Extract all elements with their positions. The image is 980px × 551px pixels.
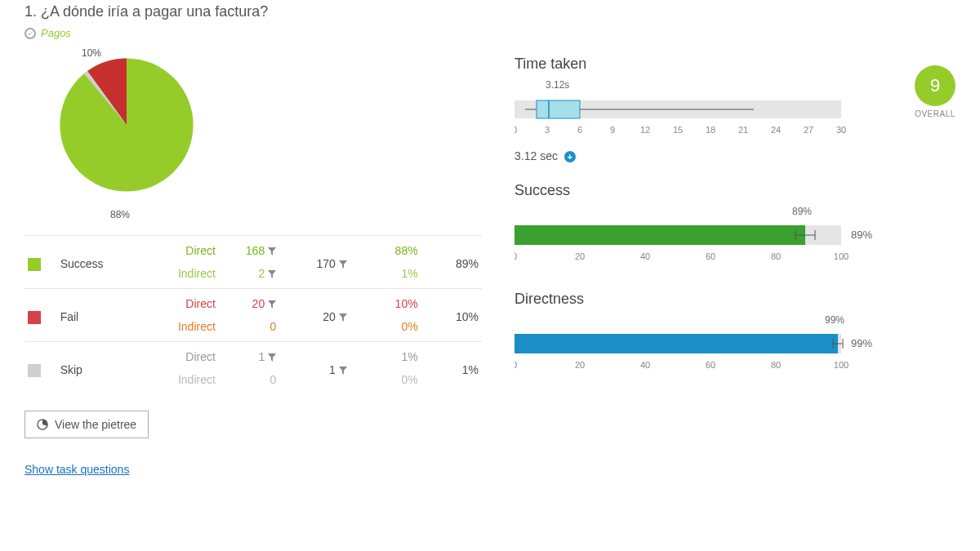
legend-direct-label: Direct bbox=[148, 289, 219, 316]
legend-indirect-label: Indirect bbox=[148, 315, 219, 342]
svg-text:9: 9 bbox=[610, 125, 615, 135]
svg-text:24: 24 bbox=[771, 125, 781, 135]
show-task-questions-link[interactable]: Show task questions bbox=[24, 463, 129, 476]
success-bar-svg: 89% 020406080100 bbox=[514, 220, 890, 268]
success-chart: Success 89% 89% 020406080100 + bbox=[514, 182, 956, 271]
svg-text:40: 40 bbox=[640, 251, 650, 261]
directness-chart: Directness 99% 99% 020406080100 + bbox=[514, 291, 956, 380]
legend-direct-label: Direct bbox=[148, 342, 219, 369]
success-marker-label: 89% bbox=[792, 206, 812, 217]
time-marker-label: 3.12s bbox=[546, 79, 569, 91]
table-row: SkipDirect111%1% bbox=[24, 342, 482, 369]
table-row: FailDirect202010%10% bbox=[24, 289, 482, 316]
svg-text:3: 3 bbox=[545, 125, 550, 135]
time-boxplot-svg: 036912151821242730 bbox=[514, 94, 858, 143]
question-number: 1. bbox=[24, 3, 37, 20]
time-taken-title: Time taken bbox=[514, 56, 956, 73]
outcome-pie-chart: 10% 88% bbox=[57, 56, 220, 219]
legend-direct-label: Direct bbox=[148, 236, 219, 263]
time-taken-footer[interactable]: 3.12 sec + bbox=[514, 149, 956, 162]
svg-text:60: 60 bbox=[706, 360, 715, 370]
svg-rect-4 bbox=[537, 100, 580, 118]
filter-icon[interactable] bbox=[339, 257, 347, 270]
svg-text:21: 21 bbox=[738, 125, 748, 135]
svg-text:15: 15 bbox=[673, 125, 683, 135]
legend-total-count[interactable]: 1 bbox=[279, 342, 350, 395]
pie-svg bbox=[57, 56, 196, 194]
legend-direct-count[interactable]: 20 bbox=[219, 289, 279, 316]
legend-name: Success bbox=[57, 236, 149, 289]
legend-indirect-label: Indirect bbox=[148, 368, 219, 394]
legend-total-pct: 10% bbox=[421, 289, 482, 342]
directness-value-label: 99% bbox=[851, 337, 872, 349]
directness-bar-svg: 99% 020406080100 bbox=[514, 329, 890, 376]
time-taken-value: 3.12 sec bbox=[514, 149, 558, 162]
overall-score-label: OVERALL bbox=[915, 109, 956, 118]
legend-total-pct: 1% bbox=[421, 342, 482, 395]
legend-swatch bbox=[28, 258, 41, 271]
filter-icon[interactable] bbox=[268, 267, 276, 280]
table-row: SuccessDirect16817088%89% bbox=[24, 236, 482, 263]
legend-indirect-pct: 0% bbox=[350, 368, 421, 394]
svg-text:100: 100 bbox=[834, 251, 849, 261]
question-tag: ✓ Pagos bbox=[24, 24, 956, 56]
svg-text:40: 40 bbox=[640, 360, 650, 370]
pie-label-success: 88% bbox=[110, 209, 130, 220]
legend-direct-count[interactable]: 1 bbox=[219, 342, 279, 369]
legend-direct-pct: 1% bbox=[350, 342, 421, 369]
legend-swatch bbox=[28, 311, 41, 324]
filter-icon[interactable] bbox=[339, 363, 347, 376]
svg-rect-18 bbox=[514, 225, 805, 245]
svg-text:20: 20 bbox=[575, 360, 585, 370]
directness-marker-label: 99% bbox=[825, 314, 844, 326]
filter-icon[interactable] bbox=[268, 244, 276, 257]
svg-text:80: 80 bbox=[771, 251, 781, 261]
legend-indirect-label: Indirect bbox=[148, 262, 219, 289]
legend-indirect-count[interactable]: 2 bbox=[219, 262, 279, 289]
legend-direct-pct: 88% bbox=[350, 236, 421, 263]
check-icon: ✓ bbox=[24, 28, 36, 39]
svg-text:0: 0 bbox=[514, 360, 517, 370]
legend-total-pct: 89% bbox=[421, 236, 482, 289]
filter-icon[interactable] bbox=[268, 297, 276, 310]
svg-text:27: 27 bbox=[804, 125, 813, 135]
success-title: Success bbox=[514, 182, 956, 199]
svg-text:20: 20 bbox=[575, 251, 585, 261]
view-pietree-label: View the pietree bbox=[55, 418, 136, 431]
directness-title: Directness bbox=[514, 291, 956, 308]
question-title: 1. ¿A dónde iría a pagar una factura? bbox=[24, 0, 956, 24]
question-tag-label: Pagos bbox=[41, 27, 71, 39]
legend-indirect-pct: 1% bbox=[350, 262, 421, 289]
filter-icon[interactable] bbox=[339, 310, 347, 323]
pie-label-fail: 10% bbox=[82, 47, 101, 59]
view-pietree-button[interactable]: View the pietree bbox=[24, 411, 149, 438]
legend-indirect-pct: 0% bbox=[350, 315, 421, 342]
question-text: ¿A dónde iría a pagar una factura? bbox=[41, 3, 268, 20]
legend-indirect-count[interactable]: 0 bbox=[219, 315, 279, 342]
svg-text:0: 0 bbox=[514, 125, 517, 135]
legend-name: Fail bbox=[57, 289, 149, 342]
expand-icon[interactable]: + bbox=[564, 151, 576, 162]
legend-direct-pct: 10% bbox=[350, 289, 421, 316]
pie-icon bbox=[37, 419, 48, 430]
svg-text:30: 30 bbox=[836, 125, 846, 135]
svg-text:12: 12 bbox=[640, 125, 650, 135]
legend-swatch bbox=[28, 364, 41, 377]
legend-direct-count[interactable]: 168 bbox=[219, 236, 279, 263]
svg-text:100: 100 bbox=[834, 360, 849, 370]
svg-text:6: 6 bbox=[577, 125, 582, 135]
success-value-label: 89% bbox=[851, 229, 872, 241]
svg-text:0: 0 bbox=[514, 251, 517, 261]
legend-name: Skip bbox=[57, 342, 149, 395]
filter-icon[interactable] bbox=[268, 350, 276, 363]
legend-total-count[interactable]: 20 bbox=[279, 289, 350, 342]
svg-text:80: 80 bbox=[771, 360, 781, 370]
legend-indirect-count[interactable]: 0 bbox=[219, 368, 279, 394]
outcome-legend-table: SuccessDirect16817088%89%Indirect21%Fail… bbox=[24, 235, 482, 394]
svg-rect-29 bbox=[514, 334, 838, 353]
svg-text:60: 60 bbox=[706, 251, 715, 261]
legend-total-count[interactable]: 170 bbox=[279, 236, 350, 289]
svg-text:18: 18 bbox=[706, 125, 715, 135]
time-taken-chart: Time taken 3.12s 036912151821242730 bbox=[514, 56, 956, 162]
